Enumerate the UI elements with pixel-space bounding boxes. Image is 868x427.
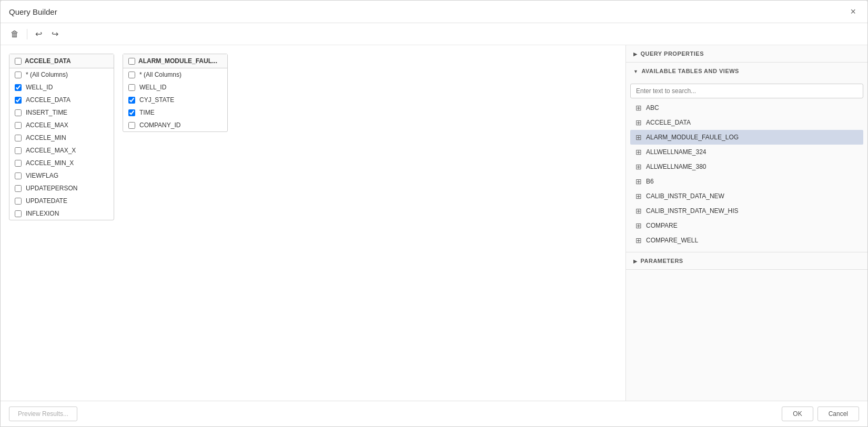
table-row[interactable]: UPDATEDATE xyxy=(9,195,114,207)
column-checkbox[interactable] xyxy=(15,185,22,192)
column-checkbox[interactable] xyxy=(128,84,135,91)
list-item[interactable]: ⊞ABC xyxy=(630,100,863,115)
table-list: ⊞ABC⊞ACCELE_DATA⊞ALARM_MODULE_FAULE_LOG⊞… xyxy=(630,100,863,248)
delete-button[interactable]: 🗑 xyxy=(7,27,23,42)
table-row[interactable]: * (All Columns) xyxy=(123,68,227,81)
column-checkbox[interactable] xyxy=(15,210,22,217)
undo-button[interactable]: ↩ xyxy=(32,26,46,42)
search-input[interactable] xyxy=(630,84,863,98)
query-properties-section: QUERY PROPERTIES xyxy=(626,45,867,63)
table-panel-1: ACCELE_DATA * (All Columns)WELL_IDACCELE… xyxy=(9,54,114,220)
table-name-label: CALIB_INSTR_DATA_NEW xyxy=(646,192,724,200)
column-checkbox[interactable] xyxy=(15,198,22,205)
query-properties-label: QUERY PROPERTIES xyxy=(641,50,704,57)
list-item[interactable]: ⊞B6 xyxy=(630,174,863,189)
column-label: VIEWFLAG xyxy=(26,172,58,179)
column-checkbox[interactable] xyxy=(15,135,22,141)
column-checkbox[interactable] xyxy=(15,122,22,129)
list-item[interactable]: ⊞COMPARE xyxy=(630,218,863,233)
dialog-body: ACCELE_DATA * (All Columns)WELL_IDACCELE… xyxy=(1,45,867,401)
list-item[interactable]: ⊞ALLWELLNAME_324 xyxy=(630,145,863,159)
column-checkbox[interactable] xyxy=(15,109,22,116)
table-row[interactable]: * (All Columns) xyxy=(9,68,114,81)
list-item[interactable]: ⊞ALLWELLNAME_380 xyxy=(630,159,863,174)
list-item[interactable]: ⊞CALIB_INSTR_DATA_NEW xyxy=(630,189,863,204)
table-row[interactable]: ACCELE_MIN xyxy=(9,131,114,144)
column-checkbox[interactable] xyxy=(15,160,22,167)
cancel-button[interactable]: Cancel xyxy=(817,406,859,421)
table-panel-2-header: ALARM_MODULE_FAUL... xyxy=(123,54,227,68)
table-row[interactable]: ACCELE_DATA xyxy=(9,94,114,106)
available-tables-label: AVAILABLE TABLES AND VIEWS xyxy=(641,68,739,74)
list-item[interactable]: ⊞ALARM_MODULE_FAULE_LOG xyxy=(630,130,863,145)
table2-columns: * (All Columns)WELL_IDCYJ_STATETIMECOMPA… xyxy=(123,68,227,131)
column-label: ACCELE_DATA xyxy=(26,96,70,104)
column-label: INFLEXION xyxy=(26,210,59,217)
table1-header-checkbox[interactable] xyxy=(15,58,22,65)
chevron-right-icon-2 xyxy=(633,258,638,264)
available-tables-header[interactable]: AVAILABLE TABLES AND VIEWS xyxy=(626,63,867,79)
parameters-label: PARAMETERS xyxy=(641,258,683,264)
right-sidebar: QUERY PROPERTIES AVAILABLE TABLES AND VI… xyxy=(625,45,867,401)
table-grid-icon: ⊞ xyxy=(635,236,642,245)
table1-columns: * (All Columns)WELL_IDACCELE_DATAINSERT_… xyxy=(9,68,114,220)
table-row[interactable]: ACCELE_MIN_X xyxy=(9,157,114,169)
ok-button[interactable]: OK xyxy=(782,406,813,421)
table-row[interactable]: INSERT_TIME xyxy=(9,106,114,119)
list-item[interactable]: ⊞ACCELE_DATA xyxy=(630,115,863,130)
column-label: COMPANY_ID xyxy=(139,121,180,129)
dialog-header: Query Builder × xyxy=(1,1,867,23)
column-label: * (All Columns) xyxy=(139,71,181,78)
table-row[interactable]: UPDATEPERSON xyxy=(9,182,114,195)
column-label: WELL_ID xyxy=(26,84,53,91)
column-checkbox[interactable] xyxy=(15,147,22,154)
table-grid-icon: ⊞ xyxy=(635,162,642,171)
column-label: CYJ_STATE xyxy=(139,96,174,104)
close-button[interactable]: × xyxy=(847,6,859,17)
available-tables-section: AVAILABLE TABLES AND VIEWS ⊞ABC⊞ACCELE_D… xyxy=(626,63,867,252)
table-name-label: ABC xyxy=(646,104,659,111)
available-tables-content: ⊞ABC⊞ACCELE_DATA⊞ALARM_MODULE_FAULE_LOG⊞… xyxy=(626,79,867,252)
table-grid-icon: ⊞ xyxy=(635,148,642,156)
query-builder-dialog: Query Builder × 🗑 ↩ ↪ ACCELE_DATA * (All xyxy=(0,0,868,427)
table-name-label: ALLWELLNAME_380 xyxy=(646,163,706,170)
column-checkbox[interactable] xyxy=(15,72,22,78)
column-checkbox[interactable] xyxy=(128,109,135,116)
column-label: WELL_ID xyxy=(139,84,166,91)
list-item[interactable]: ⊞CALIB_INSTR_DATA_NEW_HIS xyxy=(630,204,863,218)
table-row[interactable]: COMPANY_ID xyxy=(123,119,227,131)
table-name-label: COMPARE xyxy=(646,222,678,229)
dialog-footer: Preview Results... OK Cancel xyxy=(1,401,867,426)
parameters-header[interactable]: PARAMETERS xyxy=(626,252,867,269)
column-checkbox[interactable] xyxy=(128,72,135,78)
table-row[interactable]: TIME xyxy=(123,106,227,119)
column-label: ACCELE_MAX_X xyxy=(26,147,76,154)
column-checkbox[interactable] xyxy=(128,122,135,129)
table-row[interactable]: WELL_ID xyxy=(9,81,114,94)
column-checkbox[interactable] xyxy=(15,84,22,91)
redo-button[interactable]: ↪ xyxy=(48,26,62,42)
table-row[interactable]: WELL_ID xyxy=(123,81,227,94)
column-checkbox[interactable] xyxy=(15,97,22,104)
preview-button[interactable]: Preview Results... xyxy=(9,406,77,421)
chevron-right-icon xyxy=(633,50,638,57)
list-item[interactable]: ⊞COMPARE_WELL xyxy=(630,233,863,248)
table2-name: ALARM_MODULE_FAUL... xyxy=(138,57,217,65)
table-row[interactable]: VIEWFLAG xyxy=(9,169,114,182)
column-label: ACCELE_MIN xyxy=(26,134,66,141)
column-label: * (All Columns) xyxy=(26,71,68,78)
table-panel-2: ALARM_MODULE_FAUL... * (All Columns)WELL… xyxy=(123,54,228,132)
table-row[interactable]: ACCELE_MAX xyxy=(9,119,114,131)
query-properties-header[interactable]: QUERY PROPERTIES xyxy=(626,45,867,62)
chevron-down-icon xyxy=(633,68,638,74)
table-row[interactable]: INFLEXION xyxy=(9,207,114,220)
table2-header-checkbox[interactable] xyxy=(128,58,135,65)
table-row[interactable]: ACCELE_MAX_X xyxy=(9,144,114,157)
column-label: INSERT_TIME xyxy=(26,109,67,116)
column-checkbox[interactable] xyxy=(128,97,135,104)
table-grid-icon: ⊞ xyxy=(635,177,642,186)
table-row[interactable]: CYJ_STATE xyxy=(123,94,227,106)
toolbar-divider xyxy=(27,29,27,39)
table-grid-icon: ⊞ xyxy=(635,104,642,112)
column-checkbox[interactable] xyxy=(15,172,22,179)
